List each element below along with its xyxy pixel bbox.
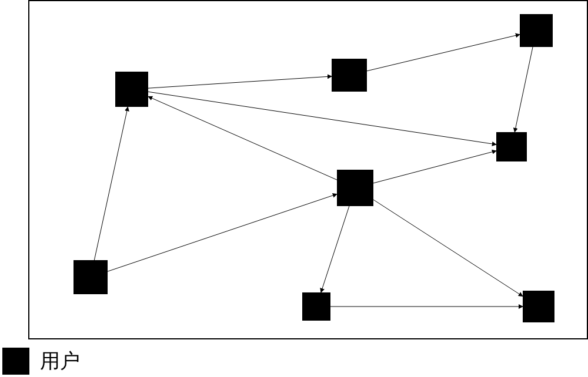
user-node (496, 132, 527, 161)
user-node (74, 260, 108, 294)
user-node (520, 14, 553, 47)
legend-label: 用户 (40, 348, 80, 375)
user-node (523, 291, 554, 322)
legend: 用户 (2, 348, 80, 375)
user-node (332, 59, 367, 92)
user-node (115, 72, 148, 107)
user-square-icon (2, 348, 29, 375)
user-node (337, 170, 373, 206)
diagram-frame (28, 0, 588, 339)
user-node (302, 292, 330, 321)
